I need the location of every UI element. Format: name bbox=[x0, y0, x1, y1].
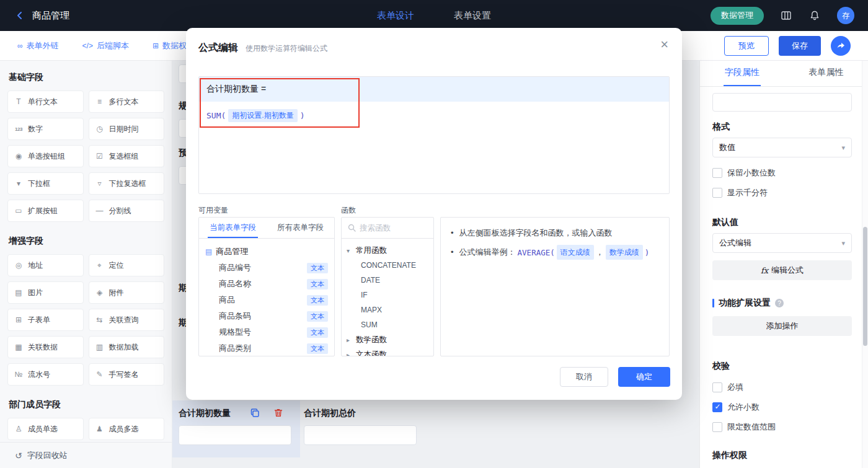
format-select[interactable]: 数值 ▾ bbox=[712, 138, 852, 157]
function-search-input[interactable] bbox=[360, 224, 422, 232]
variable-tree-root[interactable]: ▤ 商品管理 bbox=[205, 244, 328, 260]
share-icon[interactable] bbox=[831, 36, 851, 56]
checkbox-required[interactable]: 必填 bbox=[712, 382, 852, 393]
default-value-select[interactable]: 公式编辑 ▾ bbox=[712, 233, 852, 253]
formula-variable-tag[interactable]: 期初设置.期初数量 bbox=[228, 109, 297, 122]
function-group-math[interactable]: ▸ 数学函数 bbox=[347, 332, 428, 347]
field-label-total-initial-price: 合计期初总价 bbox=[304, 408, 356, 419]
field-multi-dropdown[interactable]: ▿下拉复选框 bbox=[89, 172, 165, 195]
modal-title: 公式编辑 bbox=[198, 42, 238, 55]
avatar[interactable]: 存 bbox=[837, 7, 854, 24]
field-member-single[interactable]: ♙成员单选 bbox=[7, 418, 84, 440]
variable-item[interactable]: 商品类别 文本 bbox=[205, 340, 328, 356]
function-item[interactable]: SUM bbox=[347, 317, 428, 332]
backend-script-link[interactable]: </> 后端脚本 bbox=[82, 40, 129, 51]
edit-formula-button[interactable]: fx 编辑公式 bbox=[712, 260, 852, 280]
field-palette: 基础字段 T单行文本 ≡多行文本 123数字 ◷日期时间 ◉单选按钮组 ☑复选框… bbox=[0, 61, 172, 468]
recycle-label: 字段回收站 bbox=[27, 450, 68, 461]
field-linked-data[interactable]: ▦关联数据 bbox=[7, 336, 84, 358]
extend-button-icon: ▭ bbox=[14, 206, 24, 215]
field-type-badge: 文本 bbox=[307, 279, 328, 289]
field-address[interactable]: ◎地址 bbox=[7, 254, 84, 276]
field-linked-query[interactable]: ⇆关联查询 bbox=[89, 309, 165, 331]
field-number[interactable]: 123数字 bbox=[7, 118, 84, 140]
checkbox-keep-decimals[interactable]: 保留小数位数 bbox=[712, 167, 852, 179]
tab-form-properties[interactable]: 表单属性 bbox=[784, 61, 868, 86]
function-item[interactable]: MAPX bbox=[347, 302, 428, 317]
add-action-button[interactable]: 添加操作 bbox=[712, 316, 852, 336]
field-checkbox-group[interactable]: ☑复选框组 bbox=[89, 145, 165, 167]
field-subform[interactable]: ⊞子表单 bbox=[7, 309, 84, 331]
field-image[interactable]: ▤图片 bbox=[7, 281, 84, 304]
link-icon: ∞ bbox=[17, 42, 23, 50]
formula-editor-area[interactable]: 合计期初数量 = SUM( 期初设置.期初数量 ) bbox=[198, 76, 670, 194]
field-member-multi[interactable]: ♟成员多选 bbox=[89, 418, 165, 440]
total-initial-price-input[interactable] bbox=[304, 425, 417, 445]
checkbox-thousand-separator[interactable]: 显示千分符 bbox=[712, 187, 852, 198]
scrollbar-thumb[interactable] bbox=[863, 227, 867, 346]
back-icon[interactable] bbox=[14, 9, 26, 22]
tab-all-form-fields[interactable]: 所有表单字段 bbox=[267, 218, 334, 238]
formula-function-close: ) bbox=[300, 111, 305, 120]
tab-field-properties[interactable]: 字段属性 bbox=[700, 61, 784, 86]
preview-button[interactable]: 预览 bbox=[724, 36, 769, 56]
apps-icon[interactable] bbox=[780, 9, 792, 22]
function-group-text[interactable]: ▸ 文本函数 bbox=[347, 347, 428, 356]
tab-form-settings[interactable]: 表单设置 bbox=[454, 10, 491, 22]
field-dropdown[interactable]: ▾下拉框 bbox=[7, 172, 84, 195]
field-recycle-bin[interactable]: ↺ 字段回收站 bbox=[0, 442, 172, 468]
tab-current-form-fields[interactable]: 当前表单字段 bbox=[199, 218, 267, 238]
field-single-line-text[interactable]: T单行文本 bbox=[7, 91, 84, 113]
notifications-icon[interactable] bbox=[808, 9, 821, 22]
field-extend-button[interactable]: ▭扩展按钮 bbox=[7, 200, 84, 222]
save-button[interactable]: 保存 bbox=[779, 36, 821, 56]
confirm-button[interactable]: 确定 bbox=[618, 367, 670, 387]
scrollbar-track[interactable] bbox=[862, 61, 868, 468]
field-signature[interactable]: ✎手写签名 bbox=[89, 363, 165, 386]
copy-field-icon[interactable] bbox=[249, 407, 260, 418]
field-multi-line-text[interactable]: ≡多行文本 bbox=[89, 91, 165, 113]
section-accent-bar bbox=[712, 299, 714, 307]
function-group-common[interactable]: ▾ 常用函数 bbox=[347, 243, 428, 258]
form-external-link[interactable]: ∞ 表单外链 bbox=[17, 40, 59, 51]
topbar-nav: 表单设计 表单设置 bbox=[377, 0, 491, 31]
form-external-link-label: 表单外链 bbox=[27, 40, 59, 51]
field-serial-number[interactable]: №流水号 bbox=[7, 363, 84, 386]
checkbox-limit-range[interactable]: 限定数值范围 bbox=[712, 422, 852, 433]
field-data-load[interactable]: ▥数据加载 bbox=[89, 336, 165, 358]
data-permission-link[interactable]: ⊞ 数据权 bbox=[153, 40, 187, 51]
formula-editor-modal: 公式编辑 使用数学运算符编辑公式 × 合计期初数量 = SUM( 期初设置.期初… bbox=[186, 28, 682, 400]
function-item[interactable]: DATE bbox=[347, 273, 428, 288]
field-datetime[interactable]: ◷日期时间 bbox=[89, 118, 165, 140]
section-basic-fields: 基础字段 bbox=[9, 72, 163, 83]
field-name-input[interactable] bbox=[712, 93, 852, 112]
multi-line-text-icon: ≡ bbox=[95, 97, 105, 106]
variable-item[interactable]: 商品编号 文本 bbox=[205, 260, 328, 276]
cancel-button[interactable]: 取消 bbox=[560, 367, 608, 387]
variable-item[interactable]: 商品条码 文本 bbox=[205, 308, 328, 324]
radio-group-icon: ◉ bbox=[14, 152, 24, 161]
help-icon[interactable]: ? bbox=[775, 299, 784, 307]
permission-icon: ⊞ bbox=[153, 42, 159, 50]
bullet-icon: • bbox=[451, 245, 454, 259]
function-item[interactable]: IF bbox=[347, 288, 428, 302]
selected-field-total-initial-qty[interactable]: 合计期初数量 bbox=[172, 400, 300, 457]
data-manage-button[interactable]: 数据管理 bbox=[711, 7, 764, 25]
checkbox-allow-decimals[interactable]: 允许小数 bbox=[712, 402, 852, 413]
function-item[interactable]: CONCATENATE bbox=[347, 258, 428, 273]
total-initial-qty-input[interactable] bbox=[179, 425, 291, 445]
tab-form-design[interactable]: 表单设计 bbox=[377, 10, 414, 22]
field-attachment[interactable]: ◈附件 bbox=[89, 281, 165, 304]
field-location[interactable]: ⌖定位 bbox=[89, 254, 165, 276]
delete-field-icon[interactable] bbox=[273, 407, 284, 418]
chevron-right-icon: ▸ bbox=[347, 351, 353, 357]
close-icon[interactable]: × bbox=[660, 38, 668, 51]
linked-query-icon: ⇆ bbox=[95, 316, 105, 324]
tip-line-1: • 从左侧面板选择字段名和函数，或输入函数 bbox=[451, 226, 659, 240]
field-type-badge: 文本 bbox=[307, 327, 328, 338]
field-radio-group[interactable]: ◉单选按钮组 bbox=[7, 145, 84, 167]
variable-item[interactable]: 商品名称 文本 bbox=[205, 276, 328, 292]
variable-item[interactable]: 规格型号 文本 bbox=[205, 324, 328, 340]
field-divider[interactable]: —分割线 bbox=[89, 200, 165, 222]
variable-item[interactable]: 商品 文本 bbox=[205, 292, 328, 308]
